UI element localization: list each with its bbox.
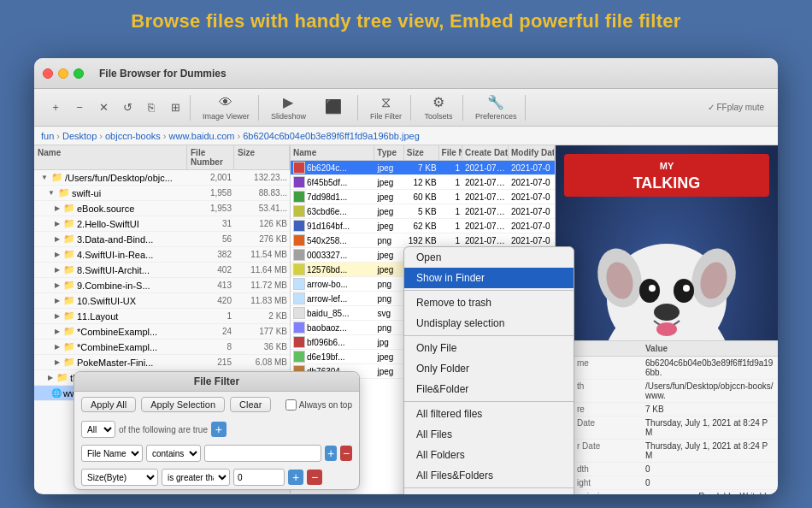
always-on-top-input[interactable] xyxy=(285,399,297,411)
tree-row-4swiftui[interactable]: ▶ 📁 4.SwiftUI-in-Rea... 382 11.54 MB xyxy=(34,247,290,263)
breadcrumb-fun[interactable]: fun xyxy=(41,131,54,141)
menu-item-open[interactable]: Open xyxy=(404,247,574,268)
menu-item-all-folders[interactable]: All Folders xyxy=(404,445,574,465)
menu-item-refresh[interactable]: Refresh all files xyxy=(404,490,574,494)
filter-row-2: File Name contains + − xyxy=(74,441,359,465)
file-thumb xyxy=(293,322,305,334)
image-viewer-btn[interactable]: 👁 Image Viewer xyxy=(197,93,255,122)
file-list-header: Name Type Size File Nu... Create Date Mo… xyxy=(291,145,555,161)
prop-key: dth xyxy=(574,463,642,476)
tree-row-3data[interactable]: ▶ 📁 3.Data-and-Bind... 56 276 KB xyxy=(34,232,290,247)
tree-cell-size: 36 KB xyxy=(234,342,290,351)
menu-item-file-folder[interactable]: File&Folder xyxy=(404,379,574,399)
toolbar-minus-btn[interactable]: − xyxy=(68,97,91,119)
ffplay-badge: ✓ FFplay mute xyxy=(708,103,764,112)
menu-item-show-finder[interactable]: Show in Finder xyxy=(404,268,574,288)
context-menu: Open Show in Finder Remove to trash Undi… xyxy=(403,246,574,494)
filter-row-add-btn-1[interactable]: + xyxy=(325,446,337,461)
svg-point-12 xyxy=(649,285,656,292)
toolbar-add-btn[interactable]: + xyxy=(44,97,67,119)
tree-row-9combine[interactable]: ▶ 📁 9.Combine-in-S... 413 11.72 MB xyxy=(34,278,290,293)
filter-operator-select-2[interactable]: is greater than xyxy=(162,469,230,486)
filter-field-select-1[interactable]: File Name xyxy=(81,445,143,462)
tree-row-label: 2.Hello-SwiftUI xyxy=(77,219,139,229)
tree-row-pokemon[interactable]: ▶ 📁 PokeMaster-Fini... 215 6.08 MB xyxy=(34,355,290,370)
filter-row-remove-btn-1[interactable]: − xyxy=(340,446,352,461)
breadcrumb-desktop[interactable]: Desktop xyxy=(62,131,97,141)
fl-row-2[interactable]: 7dd98d1... jpeg 60 KB 1 2021-07-01... 20… xyxy=(291,190,555,204)
file-filter-btn[interactable]: ⧖ File Filter xyxy=(365,93,407,122)
toolsets-icon: ⚙ xyxy=(432,94,444,110)
tree-row-root[interactable]: ▼ 📁 /Users/fun/Desktop/objc... 2,001 132… xyxy=(34,170,290,186)
minimize-traffic-light[interactable] xyxy=(58,68,68,79)
filter-scope-row: All of the following are true + xyxy=(74,417,359,441)
slideshow-btn[interactable]: ▶ Slideshow xyxy=(266,92,311,122)
breadcrumb-file[interactable]: 6b6204c6b04e0b3e89f6ff1fd9a196bb.jpeg xyxy=(243,131,420,141)
tree-row-11layout[interactable]: ▶ 📁 11.Layout 1 2 KB xyxy=(34,309,290,324)
menu-item-only-file[interactable]: Only File xyxy=(404,338,574,358)
tree-row-combine1[interactable]: ▶ 📁 *CombineExampl... 24 177 KB xyxy=(34,324,290,340)
fl-cell-name: 6b6204c... xyxy=(291,162,374,174)
tree-cell-size: 53.41... xyxy=(234,204,290,213)
tree-row-swift-ui[interactable]: ▼ 📁 swift-ui 1,958 88.83... xyxy=(34,186,290,201)
apply-selection-button[interactable]: Apply Selection xyxy=(141,397,225,412)
fl-row-3[interactable]: 63cbd6e... jpeg 5 KB 1 2021-07-01... 202… xyxy=(291,204,555,219)
fl-cell-type: jpeg xyxy=(374,352,403,362)
fl-row-4[interactable]: 91d164bf... jpeg 62 KB 1 2021-07-01... 2… xyxy=(291,219,555,233)
expand-icon: ▶ xyxy=(48,374,53,381)
toolbar-copy-btn[interactable]: ⎘ xyxy=(140,97,162,119)
filter-value-input-1[interactable] xyxy=(204,445,321,462)
tree-row-8swiftui[interactable]: ▶ 📁 8.SwiftUI-Archit... 402 11.64 MB xyxy=(34,263,290,278)
expand-icon: ▶ xyxy=(55,266,60,274)
tree-row-label: 3.Data-and-Bind... xyxy=(77,234,153,245)
always-on-top-checkbox[interactable]: Always on top xyxy=(285,399,352,411)
menu-item-undisplay[interactable]: Undisplay selection xyxy=(404,313,574,334)
toolbar-grid-btn[interactable]: ⊞ xyxy=(164,97,186,119)
filter-operator-select-1[interactable]: contains xyxy=(146,445,201,462)
toolsets-btn[interactable]: ⚙ Toolsets xyxy=(418,92,459,122)
menu-divider-1 xyxy=(404,290,574,291)
filter-field-select-2[interactable]: Size(Byte) xyxy=(81,469,158,486)
svg-point-14 xyxy=(654,304,680,321)
fl-cell-modify: 2021-07-0 xyxy=(509,207,555,216)
tree-row-2hello[interactable]: ▶ 📁 2.Hello-SwiftUI 31 126 KB xyxy=(34,216,290,232)
menu-divider-3 xyxy=(404,401,574,402)
breadcrumb-objccn[interactable]: objccn-books xyxy=(105,131,161,141)
menu-item-remove-trash[interactable]: Remove to trash xyxy=(404,292,574,313)
fl-row-1[interactable]: 6f45b5df... jpeg 12 KB 1 2021-07-01... 2… xyxy=(291,175,555,190)
prop-row-size: re 7 KB xyxy=(574,403,778,416)
stop-btn[interactable]: ⬛ xyxy=(313,97,354,118)
prop-row-name: me 6b6204c6b04e0b3e89f6ff1fd9a196bb. xyxy=(574,357,778,380)
menu-item-all-files-folders[interactable]: All Files&Folders xyxy=(404,465,574,486)
tree-row-10swiftui[interactable]: ▶ 📁 10.SwiftUI-UX 420 11.83 MB xyxy=(34,293,290,309)
preferences-btn[interactable]: 🔧 Preferences xyxy=(470,92,522,122)
filter-scope-select[interactable]: All xyxy=(81,421,115,438)
apply-all-button[interactable]: Apply All xyxy=(81,397,136,412)
tree-row-combine2[interactable]: ▶ 📁 *CombineExampl... 8 36 KB xyxy=(34,340,290,355)
menu-item-all-filtered[interactable]: All filtered files xyxy=(404,404,574,424)
filter-add-condition-btn[interactable]: + xyxy=(211,422,227,437)
tree-col-size: Size xyxy=(234,145,290,169)
clear-button[interactable]: Clear xyxy=(230,397,271,412)
fl-row-0[interactable]: 6b6204c... jpeg 7 KB 1 2021-07-01... 202… xyxy=(291,161,555,175)
filter-value-input-2[interactable] xyxy=(233,469,285,486)
breadcrumb-baidu[interactable]: www.baidu.com xyxy=(169,131,235,141)
toolbar-close-btn[interactable]: ✕ xyxy=(92,97,115,119)
menu-item-all-files[interactable]: All Files xyxy=(404,424,574,445)
maximize-traffic-light[interactable] xyxy=(74,68,84,79)
fl-cell-type: png xyxy=(374,236,403,245)
expand-icon: ▼ xyxy=(48,189,55,197)
file-thumb xyxy=(293,292,305,304)
prop-val: 0 xyxy=(642,463,778,476)
tree-row-label: PokeMaster-Fini... xyxy=(77,357,153,368)
filter-row-remove-btn-2[interactable]: − xyxy=(307,470,322,485)
prop-key: ight xyxy=(574,476,642,489)
toolsets-label: Toolsets xyxy=(424,112,452,121)
folder-icon: 📁 xyxy=(58,187,70,198)
filter-row-add-btn-2[interactable]: + xyxy=(288,470,303,485)
toolbar-refresh-btn[interactable]: ↺ xyxy=(116,97,138,119)
tree-row-ebook[interactable]: ▶ 📁 eBook.source 1,953 53.41... xyxy=(34,201,290,216)
tree-row-label: /Users/fun/Desktop/objc... xyxy=(65,173,173,183)
close-traffic-light[interactable] xyxy=(43,68,53,79)
menu-item-only-folder[interactable]: Only Folder xyxy=(404,358,574,379)
